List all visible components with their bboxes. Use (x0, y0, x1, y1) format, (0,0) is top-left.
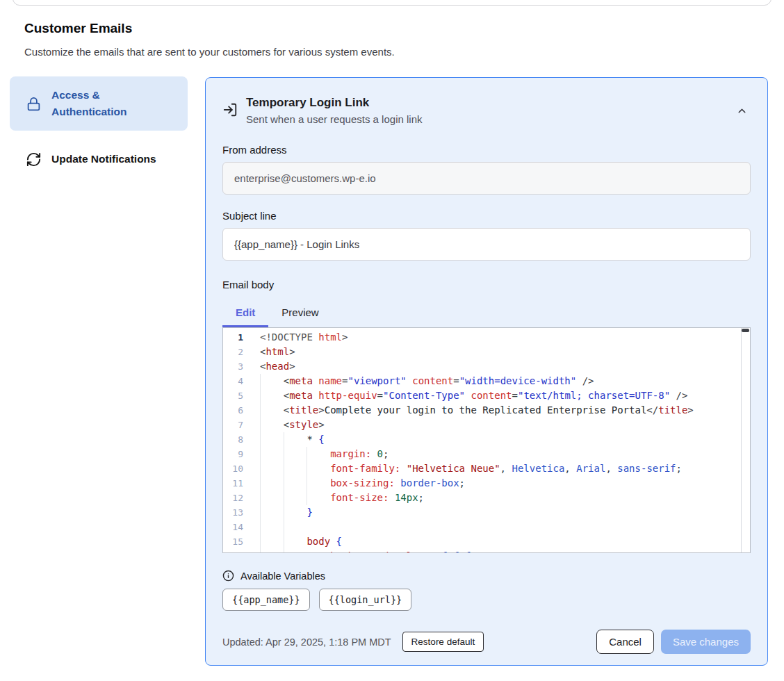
line-number: 6 (223, 403, 250, 418)
code-line[interactable]: 6 <title>Complete your login to the Repl… (223, 403, 741, 418)
from-address-label: From address (222, 144, 751, 156)
email-types-sidebar: Access & Authentication Update Notificat… (10, 76, 188, 176)
available-variables-label: Available Variables (240, 571, 325, 582)
code-line[interactable]: 9 margin: 0; (223, 447, 741, 461)
email-body-label: Email body (222, 279, 751, 290)
line-number: 2 (223, 345, 250, 359)
variable-chip[interactable]: {{login_url}} (319, 589, 412, 611)
indent-guide (307, 447, 307, 505)
code-line[interactable]: 11 box-sizing: border-box; (223, 476, 741, 491)
code-text: box-sizing: border-box; (250, 476, 465, 491)
code-line[interactable]: 1<!DOCTYPE html> (223, 330, 741, 345)
code-line[interactable]: 13 } (223, 505, 741, 520)
line-number: 11 (223, 476, 250, 491)
code-line[interactable]: 16 background-color: #f6f6f6; (223, 549, 741, 552)
collapse-panel-button[interactable] (734, 103, 749, 118)
variable-chips: {{app_name}}{{login_url}} (222, 589, 751, 611)
chevron-up-icon (736, 105, 748, 117)
code-text: <meta name="viewport" content="width=dev… (250, 374, 594, 388)
panel-header-text: Temporary Login Link Sent when a user re… (246, 95, 422, 126)
panel-header: Temporary Login Link Sent when a user re… (222, 95, 751, 126)
indent-guide (260, 374, 261, 552)
line-number: 9 (223, 447, 250, 461)
code-line[interactable]: 15 body { (223, 534, 741, 549)
line-number: 7 (223, 418, 250, 432)
line-number: 10 (223, 461, 250, 476)
info-icon (222, 570, 234, 582)
refresh-icon (25, 151, 42, 167)
subject-line-label: Subject line (222, 210, 751, 222)
sidebar-item-label: Access & Authentication (51, 87, 156, 120)
panel-subtitle: Sent when a user requests a login link (246, 112, 422, 126)
sidebar-item-update-notifications[interactable]: Update Notifications (10, 142, 188, 176)
code-line[interactable]: 4 <meta name="viewport" content="width=d… (223, 374, 741, 388)
code-line[interactable]: 14 (223, 520, 741, 534)
code-text: margin: 0; (250, 447, 389, 461)
code-text: <style> (250, 418, 325, 432)
code-editor-content[interactable]: 1<!DOCTYPE html>2<html>3<head>4 <meta na… (223, 328, 741, 552)
subject-line-input[interactable] (222, 228, 751, 261)
code-line[interactable]: 10 font-family: "Helvetica Neue", Helvet… (223, 461, 741, 476)
sidebar-item-label: Update Notifications (51, 151, 156, 167)
line-number: 12 (223, 491, 250, 505)
from-address-input[interactable] (222, 162, 751, 195)
panel-footer: Updated: Apr 29, 2025, 1:18 PM MDT Resto… (222, 630, 751, 654)
previous-card-bottom-edge (13, 0, 771, 6)
code-line[interactable]: 3<head> (223, 359, 741, 374)
code-text: <head> (250, 359, 295, 374)
code-editor[interactable]: 1<!DOCTYPE html>2<html>3<head>4 <meta na… (222, 327, 751, 553)
editor-vertical-scrollbar[interactable] (741, 328, 750, 552)
code-text: * { (250, 432, 325, 447)
login-icon (222, 102, 238, 117)
line-number: 4 (223, 374, 250, 388)
code-text: <html> (250, 345, 295, 359)
panel-title: Temporary Login Link (246, 95, 422, 111)
line-number: 13 (223, 505, 250, 520)
code-text (250, 520, 260, 534)
code-line[interactable]: 5 <meta http-equiv="Content-Type" conten… (223, 388, 741, 403)
code-text: font-size: 14px; (250, 491, 424, 505)
code-line[interactable]: 12 font-size: 14px; (223, 491, 741, 505)
code-line[interactable]: 8 * { (223, 432, 741, 447)
line-number: 8 (223, 432, 250, 447)
page: Customer Emails Customize the emails tha… (0, 0, 784, 681)
page-title: Customer Emails (24, 21, 132, 36)
code-text: background-color: #f6f6f6; (250, 549, 482, 552)
code-text: } (250, 505, 313, 520)
line-number: 3 (223, 359, 250, 374)
code-text: <!DOCTYPE html> (250, 330, 348, 345)
variable-chip[interactable]: {{app_name}} (222, 589, 310, 611)
line-number: 15 (223, 534, 250, 549)
email-body-tabs: EditPreview (222, 297, 751, 327)
code-text: font-family: "Helvetica Neue", Helvetica… (250, 461, 682, 476)
tab-preview[interactable]: Preview (268, 297, 332, 327)
updated-timestamp: Updated: Apr 29, 2025, 1:18 PM MDT (222, 637, 391, 648)
line-number: 14 (223, 520, 250, 534)
code-text: <title>Complete your login to the Replic… (250, 403, 694, 418)
editor-scrollbar-thumb[interactable] (742, 329, 749, 332)
page-subtitle: Customize the emails that are sent to yo… (24, 46, 395, 58)
save-changes-button[interactable]: Save changes (661, 630, 751, 654)
temporary-login-link-panel: Temporary Login Link Sent when a user re… (205, 77, 768, 666)
code-line[interactable]: 2<html> (223, 345, 741, 359)
indent-guide (284, 432, 284, 552)
sidebar-item-access-authentication[interactable]: Access & Authentication (10, 76, 188, 131)
code-line[interactable]: 7 <style> (223, 418, 741, 432)
footer-actions: Cancel Save changes (596, 630, 751, 654)
cancel-button[interactable]: Cancel (596, 630, 654, 654)
code-text: body { (250, 534, 342, 549)
tab-edit[interactable]: Edit (222, 297, 268, 327)
line-number: 1 (223, 330, 250, 345)
available-variables-row: Available Variables (222, 570, 751, 582)
restore-default-button[interactable]: Restore default (402, 632, 484, 652)
line-number: 5 (223, 388, 250, 403)
lock-icon (25, 95, 42, 112)
line-number: 16 (223, 549, 250, 552)
code-text: <meta http-equiv="Content-Type" content=… (250, 388, 687, 403)
